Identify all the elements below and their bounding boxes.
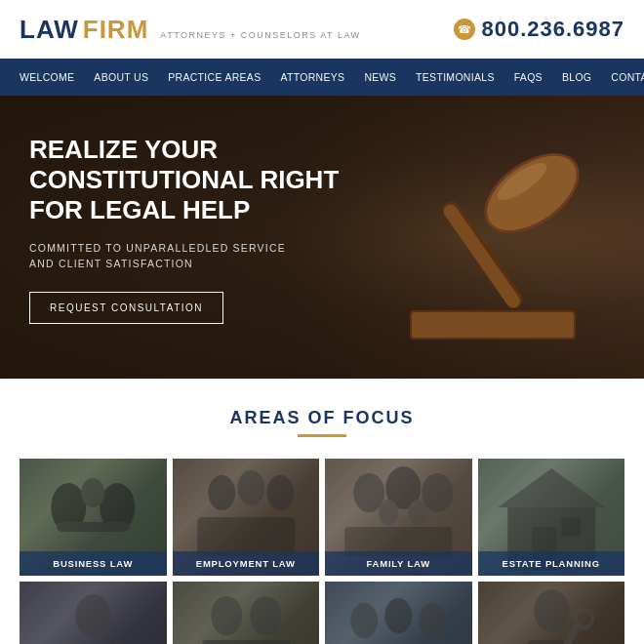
hero-subtitle: COMMITTED TO UNPARALLEDLED SERVICEAND CL… bbox=[29, 240, 342, 273]
svg-rect-9 bbox=[57, 522, 129, 532]
phone-number: 800.236.6987 bbox=[481, 17, 624, 42]
logo-law: LAW bbox=[20, 15, 79, 45]
hero-title: REALIZE YOUR CONSTITUTIONAL RIGHT FOR LE… bbox=[29, 135, 342, 226]
logo: LAW FIRM ATTORNEYS + COUNSELORS AT LAW bbox=[20, 15, 361, 45]
area-bg-nonprofit bbox=[325, 582, 472, 644]
areas-grid: BUSINESS LAW EMPLOYMENT LAW bbox=[20, 459, 624, 644]
area-label-estate: ESTATE PLANNING bbox=[478, 551, 625, 576]
svg-rect-5 bbox=[412, 312, 574, 338]
areas-title: AREAS OF FOCUS bbox=[20, 408, 624, 428]
nav-faqs[interactable]: FAQS bbox=[504, 59, 552, 96]
nav-attorneys[interactable]: ATTORNEYS bbox=[270, 59, 354, 96]
svg-point-18 bbox=[379, 500, 398, 525]
svg-point-13 bbox=[266, 475, 294, 510]
logo-firm: FIRM bbox=[83, 15, 149, 45]
nav-contact[interactable]: CONTACT US bbox=[601, 59, 644, 96]
svg-point-19 bbox=[408, 500, 427, 525]
svg-point-30 bbox=[211, 596, 242, 635]
svg-point-10 bbox=[81, 478, 104, 507]
area-label-business: BUSINESS LAW bbox=[20, 551, 167, 576]
svg-point-34 bbox=[350, 603, 378, 638]
area-card-employment[interactable]: EMPLOYMENT LAW bbox=[173, 459, 320, 576]
hero-content: REALIZE YOUR CONSTITUTIONAL RIGHT FOR LE… bbox=[0, 96, 371, 363]
area-label-family: FAMILY LAW bbox=[325, 551, 472, 576]
svg-marker-21 bbox=[498, 468, 605, 507]
area-card-bankruptcy[interactable]: $ BANKRUPTCY bbox=[173, 582, 320, 644]
request-consultation-button[interactable]: REQUEST CONSULTATION bbox=[29, 292, 223, 324]
nav-testimonials[interactable]: TESTIMONIALS bbox=[406, 59, 504, 96]
nav-practice[interactable]: PRACTICE AREAS bbox=[158, 59, 270, 96]
nav-about[interactable]: ABOUT US bbox=[84, 59, 158, 96]
area-bg-personal bbox=[478, 582, 625, 644]
phone-area[interactable]: ☎ 800.236.6987 bbox=[454, 17, 624, 42]
area-card-estate[interactable]: ESTATE PLANNING bbox=[478, 459, 625, 576]
svg-point-41 bbox=[575, 610, 592, 627]
svg-point-36 bbox=[419, 603, 446, 638]
area-label-employment: EMPLOYMENT LAW bbox=[173, 551, 320, 576]
svg-rect-32 bbox=[202, 640, 290, 644]
hero-section: REALIZE YOUR CONSTITUTIONAL RIGHT FOR LE… bbox=[0, 96, 644, 379]
svg-rect-24 bbox=[561, 517, 581, 537]
area-bg-bankruptcy: $ bbox=[173, 582, 320, 644]
svg-rect-14 bbox=[197, 517, 295, 556]
area-card-personal[interactable]: PERSONAL INJURY bbox=[478, 582, 625, 644]
svg-point-12 bbox=[237, 470, 264, 505]
phone-icon: ☎ bbox=[454, 19, 475, 40]
logo-tagline: ATTORNEYS + COUNSELORS AT LAW bbox=[160, 30, 360, 40]
area-bg-criminal bbox=[20, 582, 167, 644]
nav-blog[interactable]: BLOG bbox=[552, 59, 601, 96]
site-header: LAW FIRM ATTORNEYS + COUNSELORS AT LAW ☎… bbox=[0, 0, 644, 59]
areas-underline bbox=[298, 434, 346, 437]
main-nav: WELCOME ABOUT US PRACTICE AREAS ATTORNEY… bbox=[0, 59, 644, 96]
area-card-criminal[interactable]: CRIMINAL DEFENSE bbox=[20, 582, 167, 644]
svg-point-38 bbox=[534, 589, 569, 632]
nav-news[interactable]: NEWS bbox=[354, 59, 406, 96]
area-card-nonprofit[interactable]: NON-PROFIT LAW bbox=[325, 582, 472, 644]
nav-welcome[interactable]: WELCOME bbox=[10, 59, 84, 96]
area-card-business[interactable]: BUSINESS LAW bbox=[20, 459, 167, 576]
gavel-illustration bbox=[381, 115, 605, 369]
svg-point-25 bbox=[75, 594, 110, 637]
svg-point-11 bbox=[208, 475, 235, 510]
area-card-family[interactable]: FAMILY LAW bbox=[325, 459, 472, 576]
svg-point-31 bbox=[250, 596, 281, 635]
areas-section: AREAS OF FOCUS BUSINESS LAW bbox=[0, 379, 644, 644]
svg-point-35 bbox=[384, 598, 412, 633]
